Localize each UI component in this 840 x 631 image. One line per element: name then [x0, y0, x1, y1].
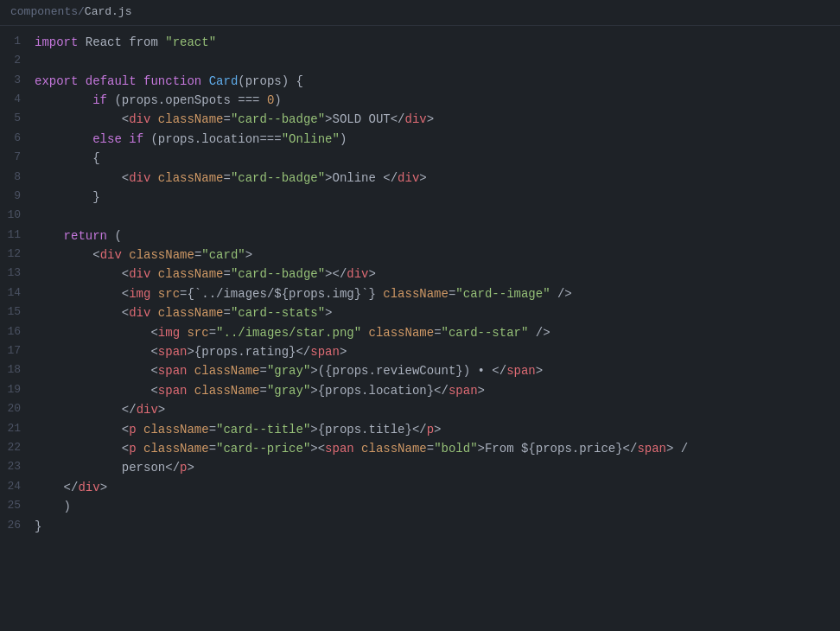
line-content — [35, 207, 840, 226]
line-content: <span>{props.rating}</span> — [35, 342, 840, 361]
line-content: </div> — [35, 478, 840, 497]
breadcrumb-bar: components / Card.js — [0, 0, 840, 26]
line-number: 1 — [0, 33, 35, 51]
line-content: <div className="card"> — [35, 245, 840, 265]
line-number: 11 — [0, 226, 35, 245]
line-number: 13 — [0, 265, 35, 283]
line-content: <div className="card--badge">Online </di… — [35, 169, 840, 188]
code-line: 12 <div className="card"> — [0, 245, 840, 265]
code-line: 5 <div className="card--badge">SOLD OUT<… — [0, 110, 840, 129]
line-content: </div> — [35, 400, 840, 419]
line-content: else if (props.location==="Online") — [35, 130, 840, 149]
code-line: 21 <p className="card--title">{props.tit… — [0, 420, 840, 439]
line-content: } — [35, 517, 840, 536]
code-line: 1import React from "react" — [0, 33, 840, 52]
line-number: 18 — [0, 361, 35, 379]
code-line: 9 } — [0, 188, 840, 207]
line-content: <p className="card--title">{props.title}… — [35, 420, 840, 439]
code-line: 16 <img src="../images/star.png" classNa… — [0, 323, 840, 342]
line-number: 23 — [0, 458, 35, 476]
line-number: 20 — [0, 400, 35, 418]
line-content: { — [35, 149, 840, 168]
line-number: 5 — [0, 110, 35, 128]
line-content — [35, 52, 840, 71]
line-number: 25 — [0, 497, 35, 515]
line-content: person</p> — [35, 458, 840, 477]
code-line: 19 <span className="gray">{props.locatio… — [0, 381, 840, 400]
line-number: 24 — [0, 478, 35, 496]
line-number: 10 — [0, 207, 35, 225]
code-line: 14 <img src={`../images/${props.img}`} c… — [0, 284, 840, 303]
line-number: 17 — [0, 342, 35, 360]
code-line: 13 <div className="card--badge"></div> — [0, 265, 840, 284]
line-content: return ( — [35, 226, 840, 245]
line-content: ) — [35, 497, 840, 516]
code-line: 20 </div> — [0, 400, 840, 419]
line-number: 19 — [0, 381, 35, 399]
line-number: 7 — [0, 149, 35, 167]
line-number: 26 — [0, 517, 35, 535]
line-content: if (props.openSpots === 0) — [35, 91, 840, 110]
code-line: 15 <div className="card--stats"> — [0, 303, 840, 322]
code-line: 6 else if (props.location==="Online") — [0, 130, 840, 149]
line-content: <img src="../images/star.png" className=… — [35, 323, 840, 342]
line-number: 15 — [0, 303, 35, 322]
breadcrumb-file: Card.js — [85, 3, 132, 22]
line-number: 12 — [0, 245, 35, 264]
code-line: 18 <span className="gray">({props.review… — [0, 361, 840, 380]
line-content: <div className="card--badge"></div> — [35, 265, 840, 284]
line-number: 9 — [0, 188, 35, 206]
code-line: 22 <p className="card--price"><span clas… — [0, 439, 840, 458]
line-number: 3 — [0, 72, 35, 90]
code-line: 10 — [0, 207, 840, 226]
code-line: 7 { — [0, 149, 840, 168]
line-content: <p className="card--price"><span classNa… — [35, 439, 840, 458]
editor-area: 1import React from "react"2 3export defa… — [0, 26, 840, 631]
line-content: } — [35, 188, 840, 207]
line-number: 6 — [0, 130, 35, 148]
line-content: <div className="card--stats"> — [35, 303, 840, 322]
line-number: 14 — [0, 284, 35, 303]
line-number: 21 — [0, 420, 35, 438]
breadcrumb-separator: / — [78, 3, 85, 22]
line-content: <span className="gray">({props.reviewCou… — [35, 361, 840, 380]
code-line: 11 return ( — [0, 226, 840, 245]
code-line: 25 ) — [0, 497, 840, 516]
line-number: 4 — [0, 91, 35, 109]
code-line: 17 <span>{props.rating}</span> — [0, 342, 840, 361]
line-content: export default function Card(props) { — [35, 72, 840, 91]
code-line: 3export default function Card(props) { — [0, 72, 840, 91]
code-line: 23 person</p> — [0, 458, 840, 477]
code-line: 8 <div className="card--badge">Online </… — [0, 169, 840, 188]
code-line: 4 if (props.openSpots === 0) — [0, 91, 840, 110]
line-content: import React from "react" — [35, 33, 840, 52]
line-number: 2 — [0, 52, 35, 70]
code-line: 26} — [0, 517, 840, 536]
line-number: 22 — [0, 439, 35, 457]
line-content: <div className="card--badge">SOLD OUT</d… — [35, 110, 840, 129]
code-line: 24 </div> — [0, 478, 840, 497]
line-content: <span className="gray">{props.location}<… — [35, 381, 840, 400]
line-content: <img src={`../images/${props.img}`} clas… — [35, 284, 840, 303]
code-line: 2 — [0, 52, 840, 71]
breadcrumb-folder: components — [10, 3, 78, 22]
line-number: 8 — [0, 169, 35, 187]
line-number: 16 — [0, 323, 35, 341]
